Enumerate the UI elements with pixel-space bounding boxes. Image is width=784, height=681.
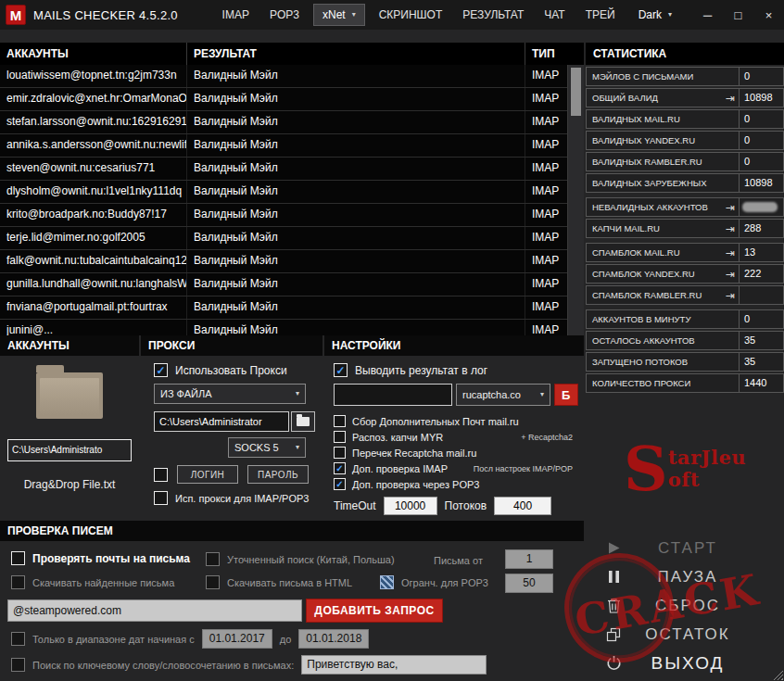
remainder-button[interactable]: ОСТАТОК	[586, 620, 784, 649]
export-icon[interactable]: ⇥	[722, 268, 739, 281]
refined-search-checkbox[interactable]	[206, 552, 220, 566]
proxy-auth-checkbox[interactable]	[154, 468, 168, 482]
table-row[interactable]: louatiwissem@topnet.tn:g2jm733n Валидный…	[0, 65, 567, 88]
option-checkbox[interactable]	[334, 447, 346, 459]
table-scrollbar[interactable]	[567, 65, 584, 335]
settings-option[interactable]: Доп. проверка через POP3	[334, 476, 576, 492]
proxy-imap-pop3-checkbox[interactable]	[154, 491, 168, 505]
option-checkbox[interactable]	[334, 415, 346, 427]
menu-item-screenshot[interactable]: СКРИНШОТ	[369, 0, 453, 30]
export-icon[interactable]: ⇥	[722, 92, 739, 105]
stat-row: ЗАПУЩЕНО ПОТОКОВ ⇥ 35	[586, 352, 784, 372]
table-row[interactable]: dlysholm@ownit.nu:l1vel1nky111dq Валидны…	[0, 181, 567, 204]
results-table: АККАУНТЫ РЕЗУЛЬТАТ ТИП louatiwissem@topn…	[0, 43, 584, 335]
add-query-button[interactable]: ДОБАВИТЬ ЗАПРОС	[306, 599, 443, 623]
use-proxy-checkbox[interactable]	[154, 363, 168, 377]
export-icon[interactable]: ⇥	[722, 222, 739, 235]
start-label: СТАРТ	[625, 539, 751, 558]
timeout-input[interactable]: 10000	[384, 497, 437, 515]
date-from-input[interactable]: 01.01.2017	[202, 629, 272, 649]
reset-label: СБРОС	[625, 597, 751, 615]
keyword-input[interactable]: Приветствую вас,	[301, 655, 487, 675]
stat-value-text: 35	[744, 334, 755, 346]
cell-type: IMAP	[525, 273, 567, 296]
cell-type: IMAP	[525, 111, 567, 133]
pop3-limit-checkbox[interactable]	[380, 575, 394, 589]
option-checkbox[interactable]	[334, 478, 346, 490]
log-output-checkbox[interactable]	[334, 363, 348, 377]
table-row[interactable]: krito@broadpark.no:Buddy87!17 Валидный М…	[0, 204, 567, 227]
accounts-file-path[interactable]: C:\Users\Administrato	[7, 439, 132, 461]
stat-row: МЭЙЛОВ С ПИСЬМАМИ ⇥ 0	[586, 67, 784, 86]
folder-drop-icon[interactable]	[36, 372, 103, 419]
table-row[interactable]: gunilla.lundhall@ownit.nu:langhalsW Вали…	[0, 273, 567, 296]
option-checkbox[interactable]	[334, 431, 346, 443]
table-row[interactable]: fnviana@portugalmail.pt:fourtrax Валидны…	[0, 296, 567, 320]
threads-input[interactable]: 400	[494, 497, 551, 515]
stat-label: НЕВАЛИДНЫХ АККАУНТОВ	[587, 202, 722, 212]
keyword-checkbox[interactable]	[11, 658, 25, 672]
date-to-input[interactable]: 01.01.2018	[298, 629, 369, 649]
menu-item-pop3[interactable]: POP3	[259, 0, 310, 30]
password-button[interactable]: ПАРОЛЬ	[247, 465, 309, 484]
minimize-button[interactable]: ─	[692, 0, 723, 30]
query-input[interactable]: @steampowered.com	[7, 599, 302, 622]
pause-button[interactable]: ПАУЗА	[586, 562, 784, 591]
table-row[interactable]: steven@ownit.nu:cesarius771 Валидный Мэй…	[0, 158, 567, 181]
letters-from-input[interactable]: 1	[505, 549, 553, 569]
pause-icon	[602, 570, 625, 584]
login-button[interactable]: ЛОГИН	[177, 465, 238, 484]
download-found-checkbox[interactable]	[11, 575, 25, 589]
export-icon[interactable]: ⇥	[722, 201, 739, 214]
column-header-type[interactable]: ТИП	[525, 43, 584, 65]
pop3-limit-label: Огранч. для POP3	[401, 577, 488, 588]
cell-result: Валидный Мэйл	[187, 134, 525, 157]
settings-option[interactable]: Доп. проверка IMAP Посл настроек IMAP/PO…	[334, 460, 576, 476]
column-header-accounts[interactable]: АККАУНТЫ	[0, 43, 187, 65]
export-icon[interactable]: ⇥	[722, 246, 739, 259]
pop3-limit-input[interactable]: 50	[505, 574, 553, 593]
exit-label: ВЫХОД	[625, 653, 751, 674]
start-button[interactable]: СТАРТ	[586, 534, 784, 562]
settings-option[interactable]: Распоз. капчи MYR + Recaptcha2	[334, 429, 576, 445]
proxy-source-select[interactable]: ИЗ ФАЙЛА ▾	[154, 384, 306, 404]
table-row[interactable]: stefan.larsson@ownit.nu:1629162912 Валид…	[0, 111, 567, 134]
reset-button[interactable]: СБРОС	[586, 591, 784, 620]
table-row[interactable]: falk@ownit.nu:tubalcaintubalcainq12 Вали…	[0, 250, 567, 273]
mail-check-panel: ПРОВЕРКА ПИСЕМ Проверять почты на письма…	[0, 521, 584, 681]
captcha-service-select[interactable]: rucaptcha.co ▾	[456, 384, 550, 406]
download-html-checkbox[interactable]	[206, 575, 220, 589]
stat-label: СПАМБЛОК RAMBLER.RU	[587, 290, 722, 300]
proxy-file-input[interactable]: C:\Users\Administrator	[154, 411, 289, 432]
statistics-panel: СТАТИСТИКА МЭЙЛОВ С ПИСЬМАМИ ⇥ 0 ОБЩИЙ В…	[586, 43, 784, 395]
export-icon[interactable]: ⇥	[722, 289, 739, 302]
check-mails-checkbox[interactable]	[11, 551, 25, 565]
menu-dropdown-theme[interactable]: Dark ▾	[629, 4, 681, 26]
scrollbar-thumb[interactable]	[571, 68, 581, 116]
mails-checker-window: M MAILS CHECKER 4.5.2.0 IMAP POP3 xNet ▾…	[0, 0, 784, 681]
exit-button[interactable]: ВЫХОД	[586, 649, 784, 677]
menu-item-tray[interactable]: ТРЕЙ	[575, 0, 626, 30]
menu-item-chat[interactable]: ЧАТ	[534, 0, 575, 30]
close-button[interactable]: ×	[753, 0, 784, 30]
browse-folder-button[interactable]	[291, 411, 315, 432]
balance-button[interactable]: Б	[554, 384, 578, 406]
theme-label: Dark	[639, 8, 662, 21]
table-row[interactable]: emir.zdralovic@xnet.hr:OmarMonaO Валидны…	[0, 88, 567, 111]
stat-label: ВАЛИДНЫХ ЗАРУБЕЖНЫХ	[587, 178, 739, 188]
option-checkbox[interactable]	[334, 462, 346, 474]
settings-option[interactable]: Перечек Recaptcha mail.ru	[334, 445, 576, 460]
proxy-type-select[interactable]: SOCKS 5 ▾	[228, 437, 306, 458]
resize-grip[interactable]	[772, 669, 783, 680]
menu-dropdown-xnet[interactable]: xNet ▾	[313, 4, 365, 26]
menu-item-result[interactable]: РЕЗУЛЬТАТ	[452, 0, 534, 30]
date-range-checkbox[interactable]	[11, 632, 25, 646]
table-row[interactable]: terje.lid@mimer.no:golf2005 Валидный Мэй…	[0, 227, 567, 250]
table-row[interactable]: annika.s.andersson@ownit.nu:newlife Вали…	[0, 134, 567, 158]
settings-option[interactable]: Сбор Дополнительных Почт mail.ru	[334, 413, 576, 429]
table-row[interactable]: junini@... Валидный Мэйл IMAP	[0, 320, 567, 335]
menu-item-imap[interactable]: IMAP	[212, 0, 259, 30]
captcha-key-input[interactable]	[334, 384, 452, 406]
maximize-button[interactable]: □	[723, 0, 753, 30]
column-header-result[interactable]: РЕЗУЛЬТАТ	[187, 43, 525, 65]
